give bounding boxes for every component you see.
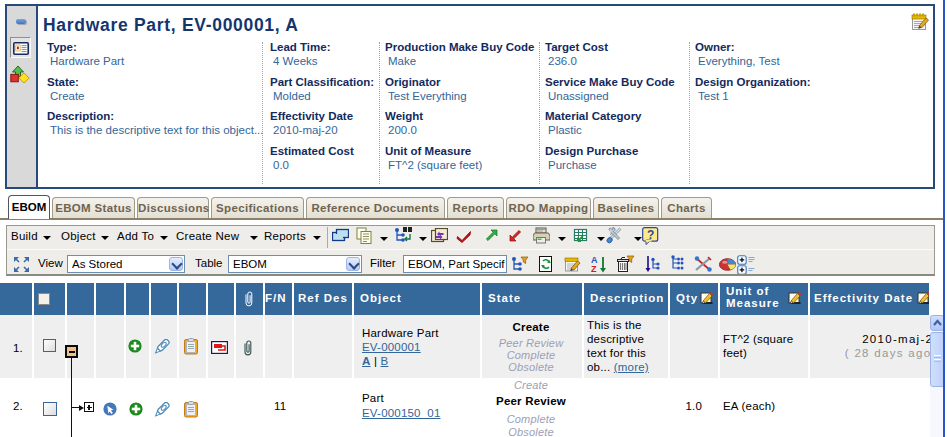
- svg-text:Z: Z: [591, 264, 597, 273]
- svg-text:?: ?: [647, 228, 654, 242]
